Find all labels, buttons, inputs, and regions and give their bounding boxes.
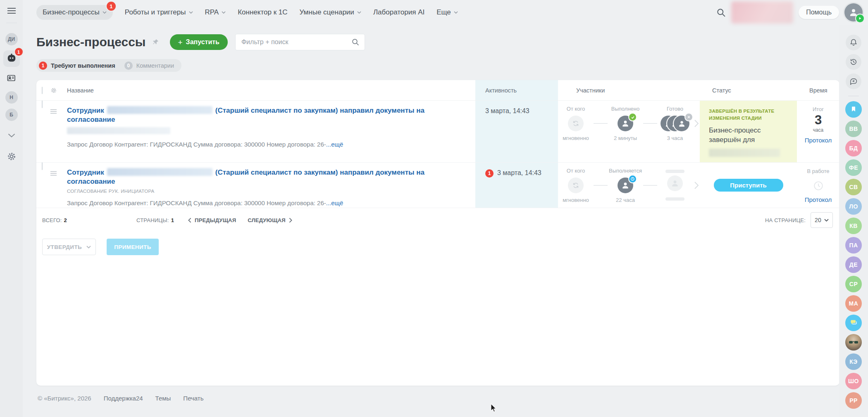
sidebar-item-n[interactable]: Н (5, 91, 18, 104)
nav-label: Лаборатория AI (373, 8, 424, 17)
run-button-label: Запустить (186, 38, 219, 46)
chevron-down-icon (824, 219, 829, 222)
process-cycle-avatar[interactable] (568, 116, 584, 131)
participant-avatar[interactable] (618, 116, 633, 131)
sidebar-item-b[interactable]: Б (5, 109, 18, 121)
user-avatar[interactable]: БД (845, 140, 862, 156)
chevron-down-icon (454, 11, 458, 14)
row-checkbox[interactable] (42, 162, 43, 170)
robot-icon (6, 52, 17, 65)
user-avatar[interactable]: РР (845, 392, 862, 409)
table-header: Название Активность Участники Статус Вре… (36, 80, 839, 101)
filter-chip-require-action[interactable]: 1 Требуют выполнения (39, 62, 115, 70)
chevron-down-icon (189, 11, 193, 14)
user-avatar[interactable]: МА (845, 295, 862, 312)
chevron-left-icon (188, 218, 191, 223)
pin-icon[interactable] (152, 38, 159, 46)
chevron-right-icon[interactable] (694, 119, 699, 130)
protocol-link[interactable]: Протокол (805, 196, 832, 203)
more-link[interactable]: ...ещё (326, 141, 343, 148)
apply-button[interactable]: ПРИМЕНИТЬ (107, 239, 159, 255)
bookmark-avatar[interactable] (845, 101, 862, 118)
filter-search-box[interactable] (235, 34, 365, 50)
run-process-button[interactable]: + Запустить (170, 34, 228, 50)
process-list-card: Название Активность Участники Статус Вре… (36, 80, 839, 386)
footer-link-themes[interactable]: Темы (155, 395, 171, 402)
activity-cell: 3 марта, 14:43 (475, 101, 558, 162)
nav-label: Умные сценарии (300, 8, 354, 17)
step-duration: мгновенно (563, 197, 589, 204)
participant-step-in-progress: Выполняется 22 часа (608, 168, 643, 208)
user-avatar[interactable]: КЭ (845, 353, 862, 370)
chevron-right-icon[interactable] (694, 181, 699, 192)
gear-icon[interactable] (7, 152, 17, 163)
participant-avatar[interactable] (618, 178, 633, 193)
user-avatar[interactable]: ПА (845, 237, 862, 254)
user-avatar[interactable]: ФЕ (845, 159, 862, 176)
drag-handle-icon[interactable] (50, 171, 64, 176)
participant-avatar-group[interactable] (661, 116, 689, 131)
menu-burger-icon[interactable] (7, 7, 16, 16)
user-avatar[interactable]: ШО (845, 373, 862, 389)
user-avatar[interactable]: СВ (845, 179, 862, 195)
filter-search-input[interactable] (241, 38, 351, 46)
idcard-icon[interactable] (6, 73, 17, 85)
sidebar-item-copilot[interactable]: 1 (3, 50, 20, 67)
step-label: От кого (567, 168, 585, 175)
step-duration: 3 часа (667, 135, 683, 142)
process-cycle-avatar[interactable] (568, 178, 584, 193)
nav-item-1c-connector[interactable]: Коннектор к 1С (238, 8, 287, 17)
process-title-link[interactable]: Сотрудник(Старший специалист по закупкам… (67, 106, 467, 124)
sidebar-item-di[interactable]: ДИ (5, 33, 18, 45)
start-task-button[interactable]: Приступить (714, 179, 783, 192)
copilot-count-badge: 1 (15, 48, 23, 56)
activity-date: 3 марта, 14:43 (497, 169, 541, 177)
nav-item-robots-triggers[interactable]: Роботы и триггеры (125, 8, 193, 17)
history-icon[interactable] (846, 54, 861, 70)
user-avatar[interactable]: СР (845, 276, 862, 292)
bell-icon[interactable] (846, 35, 861, 50)
chevron-down-icon[interactable] (8, 132, 15, 139)
search-icon[interactable] (351, 38, 360, 46)
search-icon[interactable] (716, 8, 726, 17)
filter-chip-comments[interactable]: 0 Комментарии (124, 62, 174, 70)
status-text: Бизнес-процесс завершён для (709, 126, 777, 145)
user-avatar[interactable]: ВВ (845, 121, 862, 137)
step-label: Готово (667, 106, 683, 113)
blurred-name (107, 168, 212, 176)
chat-back-icon[interactable] (846, 73, 861, 89)
user-avatar[interactable]: КВ (845, 218, 862, 234)
nav-item-business-processes[interactable]: Бизнес-процессы 1 (36, 5, 113, 20)
protocol-link[interactable]: Протокол (805, 137, 832, 144)
photo-avatar[interactable] (845, 334, 862, 351)
drag-handle-icon[interactable] (50, 109, 64, 114)
profile-avatar[interactable] (844, 3, 863, 21)
footer-link-support[interactable]: Поддержка24 (104, 395, 143, 402)
approve-dropdown-button[interactable]: УТВЕРДИТЬ (42, 239, 96, 255)
grid-settings-gear-icon[interactable] (50, 87, 64, 94)
time-cell: В работе Протокол (797, 163, 839, 208)
app-window: ДИ 1 Н Б Бизнес-процессы 1 Роботы и триг… (0, 0, 868, 417)
filter-presets: 1 Требуют выполнения 0 Комментарии (36, 59, 839, 72)
description-text: Запрос Договор Контрагент: ГИДРОСКАНД Су… (67, 199, 326, 206)
next-page-button[interactable]: СЛЕДУЮЩАЯ (248, 217, 292, 223)
approve-label: УТВЕРДИТЬ (47, 244, 82, 250)
row-checkbox[interactable] (42, 100, 43, 108)
chat-avatar[interactable] (845, 315, 862, 331)
nav-item-rpa[interactable]: RPA (205, 8, 226, 17)
select-all-checkbox[interactable] (42, 87, 43, 94)
footer-link-print[interactable]: Печать (183, 395, 203, 402)
more-link[interactable]: ...ещё (326, 199, 343, 206)
step-connector (643, 123, 657, 124)
prev-page-button[interactable]: ПРЕДЫДУЩАЯ (188, 217, 236, 223)
per-page-select[interactable]: 20 (811, 212, 833, 228)
chip-label: Комментарии (136, 62, 174, 69)
help-button[interactable]: Помощь (799, 6, 839, 19)
user-avatar[interactable]: ЛО (845, 198, 862, 215)
nav-item-smart-scenarios[interactable]: Умные сценарии (300, 8, 361, 17)
chevron-down-icon (103, 11, 107, 14)
user-avatar[interactable]: ДЕ (845, 256, 862, 273)
process-title-link[interactable]: Сотрудник(Старший специалист по закупкам… (67, 168, 467, 186)
nav-item-more[interactable]: Еще (436, 8, 458, 17)
nav-item-ai-lab[interactable]: Лаборатория AI (373, 8, 424, 17)
